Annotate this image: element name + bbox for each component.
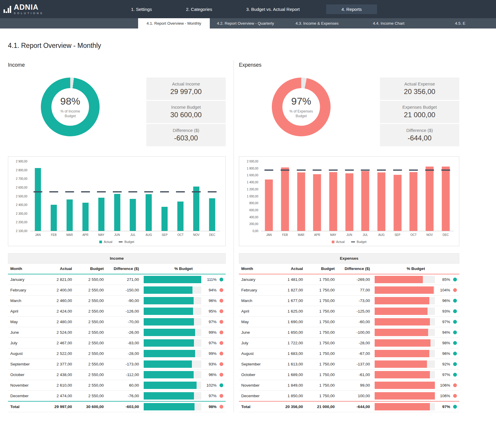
pct-bar-track	[375, 297, 435, 304]
income-table-title: Income	[8, 253, 226, 263]
cell-budget: 1 750,00	[305, 338, 337, 348]
top-nav-item-3-budget-vs-actual-report[interactable]: 3. Budget vs. Actual Report	[239, 4, 307, 14]
sub-nav-tab-4-3-income-expenses[interactable]: 4.3. Income & Expenses	[281, 18, 353, 28]
income-bar-chart: 2 100,002 200,002 300,002 400,002 500,00…	[8, 156, 226, 246]
cell-pct-budget: 96%	[372, 348, 459, 359]
legend-actual-swatch	[99, 241, 102, 243]
income-section-title: Income	[8, 62, 226, 68]
pct-bar-fill	[144, 297, 194, 304]
status-dot	[453, 299, 457, 303]
x-axis-label: AUG	[141, 231, 157, 238]
y-axis-tick: 2 500,00	[16, 194, 27, 198]
cell-budget: 1 750,00	[305, 306, 337, 317]
y-axis-tick: 600,00	[249, 208, 258, 212]
cell-month: June	[8, 327, 41, 338]
status-dot	[453, 394, 457, 398]
status-dot	[219, 278, 223, 281]
income-donut-caption: % of Income Budget	[56, 109, 84, 118]
status-dot	[219, 394, 223, 398]
income-stats: Actual Income29 997,00Income Budget30 60…	[146, 78, 226, 146]
income-chart-x-axis: JANFEBMARAPRMAYJUNJULAUGSEPOCTNOVDEC	[30, 231, 220, 238]
x-axis-label: SEP	[389, 231, 405, 238]
cell-difference: 100,00	[337, 391, 372, 402]
pct-value: 102%	[204, 383, 217, 387]
top-app-bar: ADNIA SOLUTIONS 1. Settings2. Categories…	[0, 0, 496, 18]
table-row: March2 460,002 550,00-90,0096%	[8, 296, 226, 306]
sub-nav-tab-4-5-e[interactable]: 4.5. E	[424, 18, 496, 28]
top-nav-item-1-settings[interactable]: 1. Settings	[123, 4, 160, 14]
y-axis-tick: 800,00	[249, 202, 258, 205]
cell-actual: 1 850,00	[272, 391, 305, 402]
pct-bar-track	[144, 403, 201, 410]
y-axis-tick: 0,00	[253, 229, 258, 233]
cell-month: September	[8, 359, 41, 370]
actual-bar-mar	[66, 199, 73, 231]
cell-budget: 1 750,00	[305, 370, 337, 380]
cell-month: June	[239, 327, 272, 338]
chart-category-aug	[141, 161, 157, 231]
legend-budget-label: Budget	[357, 240, 366, 244]
cell-actual: 1 849,00	[272, 380, 305, 391]
cell-month: November	[239, 380, 272, 391]
stat-income-budget: Income Budget30 600,00	[146, 101, 226, 123]
top-nav-item-2-categories[interactable]: 2. Categories	[178, 4, 220, 14]
expenses-table: MonthActualBudgetDifference ($)% Budget …	[239, 263, 459, 412]
cell-difference: -644,00	[337, 401, 372, 412]
top-nav-item-4-reports[interactable]: 4. Reports	[326, 4, 377, 14]
cell-actual: 1 625,00	[272, 306, 305, 317]
expenses-donut-chart: 97% % of Expenses Budget	[272, 78, 331, 136]
pct-value: 93%	[438, 309, 450, 313]
pct-bar-track	[144, 276, 201, 283]
table-row: March1 677,001 750,00-73,0096%	[239, 296, 459, 306]
pct-bar-track	[144, 286, 201, 294]
pct-value: 98%	[204, 405, 217, 409]
table-row: September1 613,001 750,00-137,0092%	[239, 359, 459, 370]
pct-bar-track	[375, 286, 435, 294]
legend-budget-label: Budget	[124, 240, 134, 244]
sub-nav-tab-4-4-income-chart[interactable]: 4.4. Income Chart	[353, 18, 425, 28]
stat-label: Difference ($)	[380, 128, 459, 133]
pct-value: 104%	[438, 288, 450, 292]
cell-difference: -150,00	[106, 285, 141, 296]
table-row: July2 467,002 550,00-83,0097%	[8, 338, 226, 348]
status-dot	[453, 362, 457, 366]
budget-marker-sep	[160, 191, 169, 192]
cell-actual: 29 997,00	[41, 401, 74, 412]
table-row: November2 610,002 550,0060,00102%	[8, 380, 226, 391]
pct-bar-fill	[375, 382, 435, 389]
y-axis-tick: 1 000,00	[247, 194, 258, 198]
x-axis-label: OCT	[405, 231, 422, 238]
x-axis-label: JAN	[30, 231, 46, 238]
actual-bar-jun	[114, 194, 120, 231]
cell-budget: 1 750,00	[305, 391, 337, 402]
pct-value: 93%	[204, 362, 217, 366]
pct-value: 106%	[438, 394, 450, 398]
pct-bar-fill	[144, 360, 192, 368]
sub-nav-tab-4-2-report-overview-quarterly[interactable]: 4.2. Report Overview - Quarterly	[210, 18, 281, 28]
cell-difference: 271,00	[106, 274, 141, 285]
y-axis-tick: 2 600,00	[16, 186, 27, 189]
y-axis-tick: 2 900,00	[16, 160, 27, 163]
table-row: January2 821,002 550,00271,00111%	[8, 274, 226, 285]
pct-bar-fill	[144, 350, 195, 357]
pct-value: 96%	[438, 351, 450, 356]
x-axis-label: OCT	[172, 231, 188, 238]
cell-actual: 2 524,00	[41, 327, 74, 338]
chart-category-sep	[389, 161, 405, 231]
status-dot	[219, 320, 223, 324]
pct-bar-fill	[375, 360, 427, 368]
table-row: December1 850,001 750,00100,00106%	[239, 391, 459, 402]
cell-month: August	[8, 348, 41, 359]
pct-bar-fill	[375, 329, 428, 336]
chart-category-feb	[46, 161, 62, 231]
sub-nav-tab-4-1-report-overview-monthly[interactable]: 4.1. Report Overview - Monthly	[138, 18, 210, 28]
cell-budget: 1 750,00	[305, 327, 337, 338]
y-axis-tick: 2 400,00	[16, 203, 27, 207]
cell-difference: -100,00	[337, 327, 372, 338]
pct-bar-fill	[144, 286, 192, 294]
cell-pct-budget: 99%	[141, 348, 226, 359]
cell-actual: 2 480,00	[41, 317, 74, 327]
pct-bar-track	[375, 360, 435, 368]
income-donut-center: 98% % of Income Budget	[51, 88, 89, 126]
chart-category-jan	[261, 161, 277, 231]
